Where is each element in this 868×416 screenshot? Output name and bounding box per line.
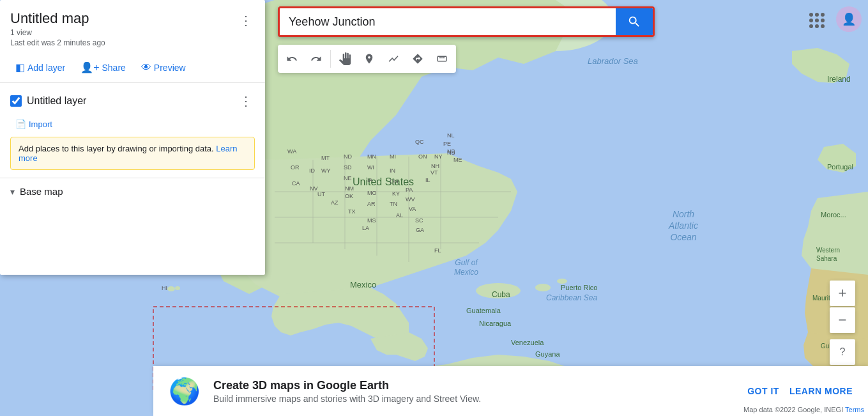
svg-text:United States: United States [353, 176, 414, 187]
svg-text:MO: MO [367, 190, 377, 196]
learn-more-button[interactable]: LEARN MORE [789, 386, 853, 396]
layer-visibility-checkbox[interactable] [10, 95, 22, 107]
svg-text:TN: TN [390, 201, 397, 207]
svg-point-4 [557, 279, 567, 284]
svg-text:MT: MT [321, 155, 330, 161]
import-icon: 📄 [15, 119, 26, 129]
layer-more-options-button[interactable]: ⋮ [237, 91, 255, 111]
svg-text:SD: SD [344, 164, 352, 171]
marker-icon [363, 53, 375, 65]
svg-text:OR: OR [291, 164, 300, 171]
undo-button[interactable] [280, 47, 303, 70]
svg-text:NH: NH [431, 163, 439, 169]
svg-text:Labrador Sea: Labrador Sea [588, 56, 638, 66]
zoom-out-button[interactable]: − [830, 307, 855, 333]
svg-text:Mexico: Mexico [350, 280, 376, 289]
svg-text:Nicaragua: Nicaragua [479, 320, 512, 327]
svg-text:WY: WY [321, 167, 331, 174]
globe-icon: 🌍 [169, 376, 201, 406]
svg-text:NV: NV [310, 185, 318, 192]
svg-text:Moroc...: Moroc... [821, 211, 846, 219]
svg-text:MS: MS [367, 217, 376, 224]
svg-text:Western: Western [816, 247, 840, 254]
help-button[interactable]: ? [830, 339, 855, 365]
share-button[interactable]: 👤+ Share [75, 58, 131, 77]
svg-text:QC: QC [415, 139, 424, 145]
layer-title-row: Untitled layer [10, 95, 86, 107]
svg-text:UT: UT [317, 191, 325, 197]
measure-button[interactable] [430, 47, 453, 70]
svg-text:TX: TX [348, 208, 356, 215]
avatar-image: 👤 [842, 12, 856, 26]
svg-text:IL: IL [425, 177, 430, 183]
svg-text:MN: MN [367, 153, 376, 160]
svg-point-84 [175, 286, 180, 290]
measure-icon [436, 53, 448, 65]
terms-link[interactable]: Terms [845, 406, 864, 413]
svg-text:Cuba: Cuba [492, 290, 510, 299]
svg-text:KY: KY [392, 190, 400, 197]
svg-text:HI: HI [162, 285, 167, 291]
svg-text:VA: VA [409, 206, 416, 212]
map-data-text: Map data ©2022 Google, INEGI [743, 406, 843, 413]
svg-text:VT: VT [430, 169, 438, 176]
import-button[interactable]: 📄 Import [10, 116, 57, 132]
svg-text:Portugal: Portugal [827, 163, 853, 171]
redo-icon [310, 53, 322, 65]
search-input[interactable] [280, 8, 616, 35]
svg-text:CA: CA [292, 180, 300, 187]
user-avatar[interactable]: 👤 [836, 6, 862, 32]
svg-text:MI: MI [390, 153, 396, 160]
map-title: Untitled map [10, 10, 105, 27]
preview-icon: 👁 [141, 62, 151, 73]
layer-header: Untitled layer ⋮ [10, 91, 255, 111]
svg-text:WV: WV [406, 196, 415, 203]
svg-text:PA: PA [406, 187, 413, 193]
svg-text:GA: GA [416, 227, 424, 233]
map-data-label: Map data ©2022 Google, INEGI Terms [740, 404, 868, 415]
svg-text:AL: AL [396, 212, 403, 219]
svg-text:ME: ME [453, 157, 462, 163]
sidebar: Untitled map 1 view Last edit was 2 minu… [0, 0, 265, 275]
redo-button[interactable] [305, 47, 328, 70]
svg-text:PE: PE [443, 141, 451, 147]
banner-text: Create 3D maps in Google Earth Build imm… [213, 379, 735, 404]
marker-button[interactable] [358, 47, 381, 70]
polyline-button[interactable] [382, 47, 405, 70]
svg-point-3 [535, 284, 551, 291]
map-more-options-button[interactable]: ⋮ [237, 10, 255, 31]
layer-more-options-icon: ⋮ [240, 93, 252, 109]
map-last-edit: Last edit was 2 minutes ago [10, 38, 105, 47]
preview-button[interactable]: 👁 Preview [136, 58, 191, 77]
svg-text:WI: WI [367, 164, 374, 171]
google-apps-button[interactable] [804, 8, 830, 33]
svg-point-83 [167, 286, 175, 291]
svg-text:OK: OK [345, 193, 353, 199]
svg-text:Venezuela: Venezuela [511, 339, 544, 346]
add-layer-button[interactable]: ◧ Add layer [10, 58, 70, 77]
pan-button[interactable] [333, 47, 356, 70]
search-button[interactable] [616, 8, 653, 35]
apps-grid-icon [809, 13, 825, 28]
layer-hint-box: Add places to this layer by drawing or i… [10, 137, 255, 170]
layer-section: Untitled layer ⋮ 📄 Import Add places to … [0, 83, 265, 178]
base-map-label: Base map [20, 186, 63, 197]
zoom-in-button[interactable]: + [830, 281, 855, 306]
banner-actions: GOT IT LEARN MORE [747, 386, 853, 396]
svg-text:Sahara: Sahara [816, 255, 837, 262]
undo-icon [286, 53, 298, 65]
banner-subtitle: Build immersive maps and stories with 3D… [213, 394, 735, 404]
svg-text:SC: SC [415, 217, 423, 224]
svg-text:Gulf of: Gulf of [455, 258, 478, 267]
svg-text:IN: IN [390, 167, 395, 174]
svg-text:Atlantic: Atlantic [668, 220, 698, 231]
share-icon: 👤+ [80, 61, 99, 73]
base-map-section: ▾ Base map [0, 178, 265, 204]
more-options-icon: ⋮ [240, 13, 252, 28]
map-views: 1 view [10, 28, 105, 37]
got-it-button[interactable]: GOT IT [747, 386, 779, 396]
directions-button[interactable] [406, 47, 429, 70]
search-container [278, 6, 655, 37]
svg-text:Caribbean Sea: Caribbean Sea [546, 293, 597, 302]
svg-text:NM: NM [345, 185, 354, 192]
